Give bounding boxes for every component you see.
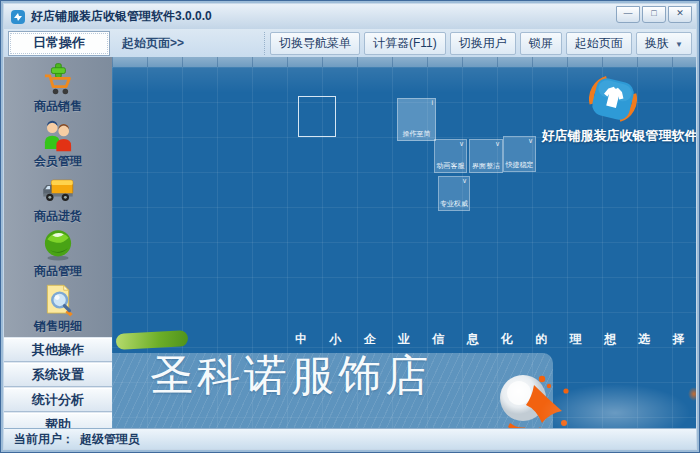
sidebar-item-label: 会员管理 [34,153,82,170]
sidebar-button-system-settings[interactable]: 系统设置 [4,363,112,387]
edge-orange-decoration [688,387,696,401]
logo-title: 好店铺服装店收银管理软件 [537,127,696,145]
feature-box-label: 界面整洁 [472,161,500,171]
window-title: 好店铺服装店收银管理软件3.0.0.0 [31,8,212,25]
close-button[interactable]: ✕ [668,6,692,23]
sidebar-item-product-management[interactable]: 商品管理 [4,227,112,282]
sidebar-item-label: 商品管理 [34,263,82,280]
app-window: 好店铺服装店收银管理软件3.0.0.0 — □ ✕ 日常操作 起始页面>> 切换… [0,0,700,453]
app-logo-icon [10,9,26,25]
feature-box: ∨ 动画客服 [434,139,467,173]
sidebar-item-sales-detail[interactable]: 销售明细 [4,282,112,337]
slogan-text: 中 小 企 业 信 息 化 的 理 想 选 择 [295,331,694,348]
change-skin-button[interactable]: 换肤 ▼ [636,32,692,55]
highlighted-grid-cell [298,96,336,137]
title-bar: 好店铺服装店收银管理软件3.0.0.0 — □ ✕ [4,4,696,29]
feature-box-mark: ∨ [495,140,500,148]
toolbar-row: 日常操作 起始页面>> 切换导航菜单 计算器(F11) 切换用户 锁屏 起始页面… [4,29,696,57]
feature-box-label: 专业权威 [440,199,468,209]
minimize-button[interactable]: — [616,6,640,23]
main-top-strip [112,57,696,67]
chevron-down-icon: ▼ [675,40,683,49]
sidebar: 商品销售 会员管理 [4,57,112,428]
sidebar-item-label: 商品销售 [34,98,82,115]
breadcrumb: 起始页面>> [122,35,184,52]
sidebar-item-label: 销售明细 [34,318,82,335]
globe-icon [40,227,76,263]
sidebar-items: 商品销售 会员管理 [4,57,112,337]
feature-box: i 操作至简 [397,98,436,141]
start-page-button[interactable]: 起始页面 [566,32,632,55]
store-banner: 圣科诺服饰店 [112,353,553,428]
calculator-button[interactable]: 计算器(F11) [364,32,446,55]
change-skin-label: 换肤 [645,36,669,50]
sidebar-button-statistics[interactable]: 统计分析 [4,388,112,412]
feature-box: ∨ 界面整洁 [469,139,503,173]
feature-box-mark: ∨ [459,140,464,148]
tshirt-logo-icon [589,75,637,123]
search-document-icon [40,282,76,318]
feature-box-mark: ∨ [462,177,467,185]
members-icon [40,117,76,153]
sidebar-item-label: 商品进货 [34,208,82,225]
sidebar-button-other-operations[interactable]: 其他操作 [4,338,112,362]
window-body: 商品销售 会员管理 [4,57,696,428]
feature-box-label: 快捷稳定 [506,160,534,170]
feature-box-mark: i [431,99,433,106]
sidebar-item-product-purchase[interactable]: 商品进货 [4,172,112,227]
store-name: 圣科诺服饰店 [150,347,432,405]
tab-daily-operations[interactable]: 日常操作 [8,31,110,56]
switch-nav-menu-button[interactable]: 切换导航菜单 [270,32,360,55]
current-user-value: 超级管理员 [80,431,140,448]
truck-icon [40,172,76,208]
current-user-label: 当前用户： [14,431,74,448]
window-controls: — □ ✕ [616,6,692,23]
toolbar: 切换导航菜单 计算器(F11) 切换用户 锁屏 起始页面 换肤 ▼ [264,32,692,55]
status-bar: 当前用户： 超级管理员 [4,428,696,449]
feature-box-label: 操作至简 [403,129,431,139]
feature-box: ∨ 快捷稳定 [503,136,536,172]
sidebar-item-product-sales[interactable]: 商品销售 [4,62,112,117]
feature-box: ∨ 专业权威 [438,176,470,211]
lock-screen-button[interactable]: 锁屏 [520,32,562,55]
sidebar-item-member-management[interactable]: 会员管理 [4,117,112,172]
cart-icon [40,62,76,98]
switch-user-button[interactable]: 切换用户 [450,32,516,55]
main-area: i 操作至简 ∨ 动画客服 ∨ 界面整洁 ∨ 快捷稳定 ∨ 专业权威 [112,57,696,428]
feature-box-mark: ∨ [528,137,533,145]
feature-box-label: 动画客服 [437,161,465,171]
maximize-button[interactable]: □ [642,6,666,23]
